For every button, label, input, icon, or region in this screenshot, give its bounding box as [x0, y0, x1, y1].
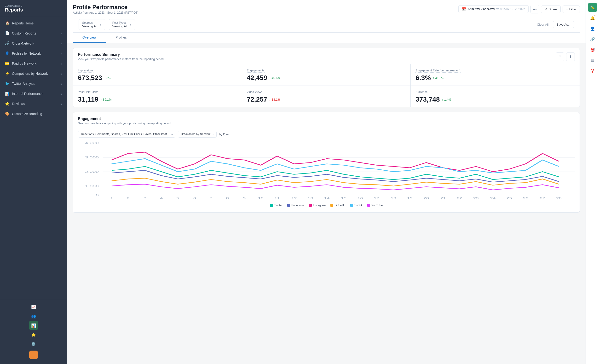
main-content: Performance Summary View your key profil…: [67, 43, 586, 364]
metric-change: ↑ 45.6%: [269, 76, 280, 80]
sidebar-item-reports-home[interactable]: 🏠 Reports Home: [0, 18, 67, 28]
svg-text:16: 16: [358, 197, 363, 200]
help-icon-right[interactable]: ❓: [588, 66, 597, 75]
users-icon-bottom[interactable]: 👥: [0, 311, 67, 321]
metric-number: 42,459: [247, 74, 267, 82]
sidebar-item-label: Competitors by Network: [12, 72, 48, 75]
dashboard-icon-right[interactable]: ▦: [588, 56, 597, 65]
sidebar-item-label: Cross-Network: [12, 41, 34, 45]
svg-text:28: 28: [556, 197, 562, 200]
notification-badge: [594, 15, 596, 17]
filter-button[interactable]: ≡ Filter: [563, 6, 580, 13]
post-types-filter[interactable]: Post Types Viewing All ∨: [109, 19, 135, 30]
legend-twitter-label: Twitter: [274, 204, 282, 207]
svg-text:27: 27: [540, 197, 545, 200]
sidebar-bottom: 📈 👥 📊 ⭐ ⚙️: [0, 299, 67, 364]
svg-text:3,000: 3,000: [85, 156, 99, 159]
brand-title: Reports: [5, 7, 62, 13]
target-icon-right[interactable]: 🎯: [588, 45, 597, 54]
analytics-icon-bottom[interactable]: 📈: [0, 302, 67, 311]
profile-icon-right[interactable]: 👤: [588, 24, 597, 33]
svg-text:4,000: 4,000: [85, 142, 99, 145]
card-title: Performance Summary: [78, 53, 164, 57]
legend-facebook: Facebook: [287, 204, 304, 207]
svg-text:25: 25: [507, 197, 512, 200]
notifications-icon-right[interactable]: 🔔: [588, 13, 597, 23]
metric-number: 72,257: [247, 96, 267, 103]
svg-text:15: 15: [341, 197, 346, 200]
sidebar-item-paid-by-network[interactable]: 💳 Paid by Network ∨: [0, 58, 67, 69]
svg-text:5: 5: [176, 197, 179, 200]
sidebar-item-reviews[interactable]: ⭐ Reviews ∨: [0, 99, 67, 109]
svg-text:1: 1: [110, 197, 113, 200]
metric-label: Impressions: [78, 69, 93, 73]
legend-linkedin: LinkedIn: [330, 204, 345, 207]
sidebar-item-twitter-analysis[interactable]: 🐦 Twitter Analysis ∨: [0, 79, 67, 89]
date-range-button[interactable]: 📅 8/1/2023 - 9/1/2023 vs 8/1/2022 - 9/1/…: [458, 5, 529, 13]
svg-text:21: 21: [440, 197, 446, 200]
instagram-color-dot: [309, 204, 312, 207]
svg-text:2,000: 2,000: [85, 170, 99, 173]
sidebar-item-internal-performance[interactable]: 📊 Internal Performance ∨: [0, 89, 67, 99]
metric-engagements: Engagements 42,459 ↑ 45.6%: [242, 64, 411, 86]
svg-text:22: 22: [457, 197, 462, 200]
by-day-label: by Day: [219, 133, 229, 136]
star-icon: ⭐: [5, 101, 9, 106]
svg-text:13: 13: [308, 197, 313, 200]
svg-text:4: 4: [160, 197, 163, 200]
page-title: Profile Performance: [73, 4, 138, 10]
share-button[interactable]: ↗ Share: [541, 6, 561, 13]
svg-text:17: 17: [374, 197, 379, 200]
metric-value: 673,523 ↑ 3%: [78, 74, 237, 82]
engagement-card-header: Engagement See how people are engaging w…: [73, 112, 580, 128]
sidebar-item-custom-reports[interactable]: 📄 Custom Reports ∨: [0, 28, 67, 38]
ellipsis-icon: •••: [533, 7, 537, 11]
legend-instagram: Instagram: [309, 204, 326, 207]
metric-change: ↓ 13.1%: [269, 98, 280, 101]
link-icon-right[interactable]: 🔗: [588, 35, 597, 44]
svg-text:20: 20: [423, 197, 429, 200]
chevron-down-icon: ∨: [60, 52, 62, 55]
save-as-button[interactable]: Save As...: [553, 21, 574, 28]
chevron-down-icon: ∨: [60, 102, 62, 106]
date-vs: vs 8/1/2022 - 9/1/2022: [496, 8, 525, 11]
grid-view-button[interactable]: ⊞: [556, 53, 564, 61]
post-types-label: Post Types: [112, 21, 127, 25]
main-area: Profile Performance Activity from Aug 1,…: [67, 0, 586, 364]
link-icon: 🔗: [5, 41, 9, 46]
settings-icon-bottom[interactable]: ⚙️: [0, 339, 67, 349]
tabs: Overview Profiles: [73, 33, 580, 43]
breakdown-select[interactable]: Breakdown by Network: [178, 131, 217, 138]
share-icon: ↗: [545, 8, 547, 11]
sidebar-item-competitors-by-network[interactable]: ⚡ Competitors by Network ∨: [0, 69, 67, 79]
filter-actions: Clear All Save As...: [535, 21, 574, 28]
engagement-card: Engagement See how people are engaging w…: [73, 112, 580, 213]
sources-label: Sources: [82, 21, 97, 25]
collapse-button[interactable]: ⬆: [566, 53, 575, 61]
competitors-icon: ⚡: [5, 71, 9, 76]
legend-youtube-label: YouTube: [371, 204, 383, 207]
profile-icon: 👤: [5, 51, 9, 56]
metrics-select[interactable]: Reactions, Comments, Shares, Post Link C…: [78, 131, 175, 138]
metric-change: ↑ 1.4%: [442, 98, 451, 101]
sidebar-item-profiles-by-network[interactable]: 👤 Profiles by Network ∨: [0, 48, 67, 58]
tab-profiles[interactable]: Profiles: [106, 33, 136, 43]
header-actions: 📅 8/1/2023 - 9/1/2023 vs 8/1/2022 - 9/1/…: [458, 5, 580, 13]
sidebar-item-customize-branding[interactable]: 🎨 Customize Branding: [0, 109, 67, 119]
metric-value: 72,257 ↓ 13.1%: [247, 96, 406, 103]
user-avatar[interactable]: [29, 351, 38, 359]
svg-text:23: 23: [473, 197, 479, 200]
tab-overview[interactable]: Overview: [73, 33, 106, 43]
edit-icon-right[interactable]: ✏️: [588, 3, 597, 12]
clear-all-button[interactable]: Clear All: [535, 21, 551, 28]
more-options-button[interactable]: •••: [530, 5, 539, 13]
sidebar-item-cross-network[interactable]: 🔗 Cross-Network ∨: [0, 38, 67, 48]
sources-filter[interactable]: Sources Viewing All ∨: [79, 19, 105, 30]
filter-icon: ≡: [566, 8, 568, 11]
chevron-down-icon: ∨: [60, 32, 62, 35]
star-icon-bottom[interactable]: ⭐: [0, 330, 67, 339]
chart-legend: Twitter Facebook Instagram LinkedIn: [78, 201, 575, 208]
svg-text:11: 11: [274, 197, 280, 200]
reports-icon-bottom[interactable]: 📊: [29, 321, 38, 330]
chevron-down-icon: ∨: [60, 62, 62, 65]
